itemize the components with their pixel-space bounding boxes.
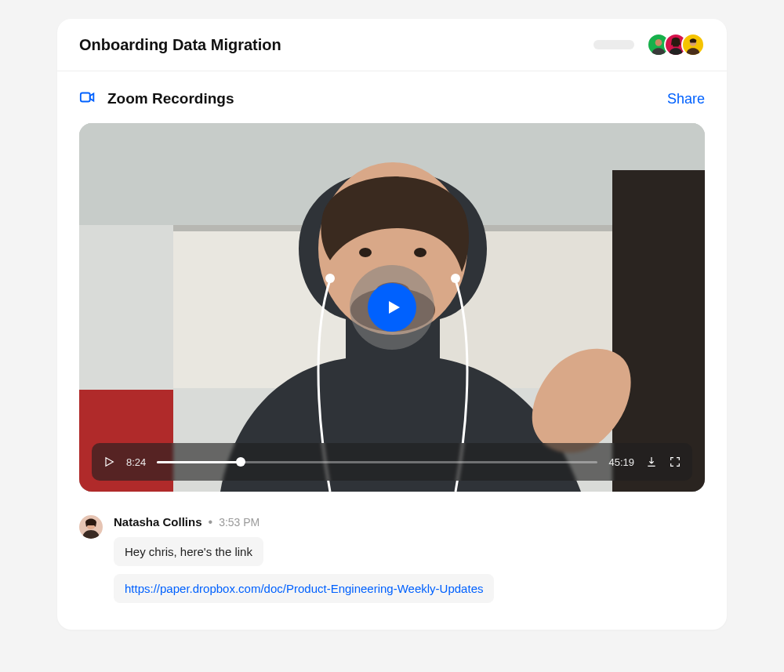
document-card: Onboarding Data Migration xyxy=(57,19,727,630)
seek-thumb[interactable] xyxy=(236,457,245,467)
comment-body: Natasha Collins • 3:53 PM Hey chris, her… xyxy=(114,515,705,611)
comment-header: Natasha Collins • 3:53 PM xyxy=(114,515,705,529)
svg-point-17 xyxy=(325,274,335,283)
play-button[interactable] xyxy=(350,265,434,350)
section-title: Zoom Recordings xyxy=(107,90,234,107)
play-icon xyxy=(368,283,416,332)
comment-link[interactable]: https://paper.dropbox.com/doc/Product-En… xyxy=(125,582,483,595)
download-icon[interactable] xyxy=(645,456,658,468)
header-right xyxy=(593,33,705,56)
video-player[interactable]: 8:24 45:19 xyxy=(79,123,705,492)
current-time: 8:24 xyxy=(126,456,146,468)
comment-link-bubble: https://paper.dropbox.com/doc/Product-En… xyxy=(114,574,494,603)
separator: • xyxy=(209,515,213,529)
header: Onboarding Data Migration xyxy=(57,19,727,71)
seek-fill xyxy=(157,461,241,463)
comment-author: Natasha Collins xyxy=(114,515,202,529)
video-controls: 8:24 45:19 xyxy=(92,443,692,481)
comment-time: 3:53 PM xyxy=(219,516,260,529)
svg-rect-3 xyxy=(81,93,90,102)
avatar[interactable] xyxy=(79,515,103,539)
play-small-icon[interactable] xyxy=(103,456,115,468)
video-camera-icon xyxy=(79,89,96,109)
share-button[interactable]: Share xyxy=(667,91,705,107)
svg-point-18 xyxy=(451,274,460,283)
comment-text: Hey chris, here's the link xyxy=(114,537,263,566)
section-header: Zoom Recordings Share xyxy=(57,71,727,123)
avatar[interactable] xyxy=(681,33,705,56)
fullscreen-icon[interactable] xyxy=(669,456,681,468)
comments-section: Natasha Collins • 3:53 PM Hey chris, her… xyxy=(57,492,727,630)
presence-avatars[interactable] xyxy=(647,33,705,56)
svg-point-14 xyxy=(414,248,426,257)
placeholder-pill xyxy=(593,40,634,49)
seek-bar[interactable] xyxy=(157,461,597,463)
svg-point-0 xyxy=(655,39,662,46)
svg-point-13 xyxy=(359,248,372,257)
comment: Natasha Collins • 3:53 PM Hey chris, her… xyxy=(79,515,705,611)
page-title: Onboarding Data Migration xyxy=(79,36,281,54)
video-container: 8:24 45:19 xyxy=(57,123,727,492)
duration: 45:19 xyxy=(608,456,634,468)
section-left: Zoom Recordings xyxy=(79,89,234,109)
